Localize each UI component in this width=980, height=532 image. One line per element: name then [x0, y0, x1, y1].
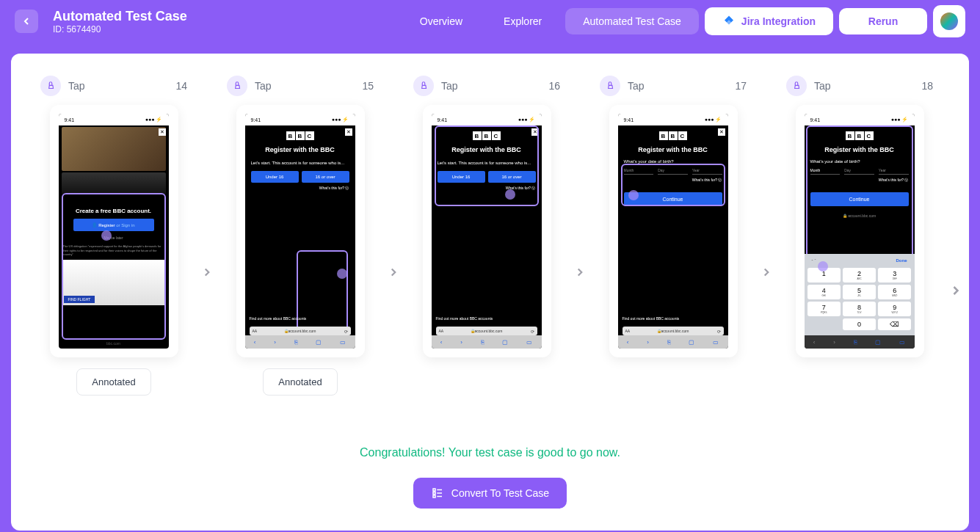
rerun-button[interactable]: Rerun: [839, 8, 927, 34]
action-label: Tap: [814, 80, 921, 92]
chevron-right-icon: [382, 266, 404, 279]
steps-row: Tap 14 9:41●●● ⚡ ✕ Create a free BBC acc…: [40, 76, 940, 396]
chevron-right-icon: [196, 266, 218, 279]
step-number: 14: [175, 80, 187, 92]
profile-button[interactable]: [933, 5, 965, 37]
phone-card[interactable]: 9:41●●● ⚡ ✕ BBC Register with the BBC Wh…: [609, 105, 738, 357]
step-card-17: Tap 17 9:41●●● ⚡ ✕ BBC Register with the…: [600, 76, 747, 357]
jira-integration-button[interactable]: Jira Integration: [705, 7, 833, 35]
step-card-14: Tap 14 9:41●●● ⚡ ✕ Create a free BBC acc…: [40, 76, 187, 396]
action-label: Tap: [68, 80, 175, 92]
step-card-18: Tap 18 9:41●●● ⚡ BBC Register with the B…: [786, 76, 933, 357]
header: Automated Test Case ID: 5674490 Overview…: [0, 0, 980, 43]
title-block: Automated Test Case ID: 5674490: [53, 9, 187, 34]
close-icon: ✕: [345, 128, 352, 136]
tab-explorer[interactable]: Explorer: [486, 8, 559, 34]
close-icon: ✕: [531, 128, 539, 136]
svg-rect-4: [433, 495, 435, 498]
tap-icon: [600, 76, 620, 96]
list-icon: [431, 487, 444, 500]
tap-icon: [413, 76, 434, 96]
step-card-16: Tap 16 9:41●●● ⚡ ✕ BBC Register with the…: [413, 76, 560, 357]
close-icon: ✕: [718, 128, 725, 136]
phone-card[interactable]: 9:41●●● ⚡ BBC Register with the BBC What…: [796, 105, 924, 357]
annotated-button[interactable]: Annotated: [263, 368, 337, 396]
action-label: Tap: [628, 80, 735, 92]
tap-icon: [40, 76, 61, 96]
step-number: 15: [362, 80, 374, 92]
page-subtitle: ID: 5674490: [53, 24, 187, 34]
avatar-icon: [940, 12, 958, 30]
phone-card[interactable]: 9:41●●● ⚡ ✕ BBC Register with the BBC Le…: [236, 105, 365, 357]
content-panel: Tap 14 9:41●●● ⚡ ✕ Create a free BBC acc…: [11, 54, 969, 531]
action-label: Tap: [255, 80, 362, 92]
phone-card[interactable]: 9:41●●● ⚡ ✕ Create a free BBC account. 👤…: [50, 105, 178, 357]
success-message: Congratulations! Your test case is good …: [11, 446, 969, 459]
convert-to-test-case-button[interactable]: Convert To Test Case: [413, 478, 567, 509]
step-number: 17: [735, 80, 747, 92]
step-number: 16: [548, 80, 560, 92]
close-icon: ✕: [159, 128, 166, 136]
annotated-button[interactable]: Annotated: [76, 368, 150, 396]
tab-overview[interactable]: Overview: [402, 8, 480, 34]
phone-card[interactable]: 9:41●●● ⚡ ✕ BBC Register with the BBC Le…: [423, 105, 551, 357]
back-button[interactable]: [15, 10, 38, 33]
tap-icon: [786, 76, 807, 96]
page-title: Automated Test Case: [53, 9, 187, 24]
svg-rect-0: [433, 489, 435, 491]
step-number: 18: [921, 80, 933, 92]
step-card-15: Tap 15 9:41●●● ⚡ ✕ BBC Register with the…: [227, 76, 374, 396]
svg-rect-2: [433, 492, 435, 495]
chevron-right-icon: [569, 266, 591, 279]
footer: Congratulations! Your test case is good …: [11, 446, 969, 509]
tap-icon: [227, 76, 247, 96]
action-label: Tap: [441, 80, 548, 92]
jira-icon: [722, 15, 736, 28]
tab-automated-test-case[interactable]: Automated Test Case: [565, 8, 699, 34]
chevron-right-icon: [755, 266, 777, 279]
nav-tabs: Overview Explorer Automated Test Case Ji…: [402, 5, 965, 37]
next-page-arrow[interactable]: [948, 283, 963, 301]
